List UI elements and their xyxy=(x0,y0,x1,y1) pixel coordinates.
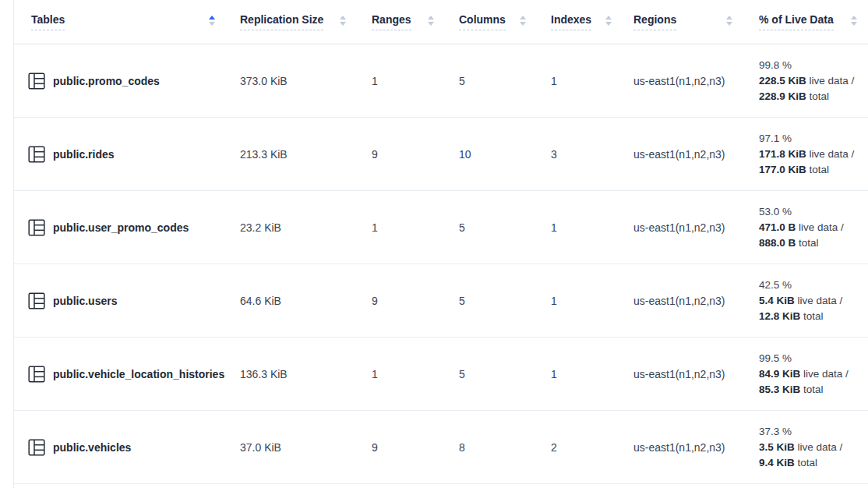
sort-arrows[interactable] xyxy=(605,16,612,26)
left-divider xyxy=(13,0,14,488)
column-header-indexes[interactable]: Indexes xyxy=(537,13,623,30)
sort-arrows[interactable] xyxy=(726,16,732,26)
sort-arrows[interactable] xyxy=(428,16,434,26)
column-header-label: % of Live Data xyxy=(759,13,834,30)
column-header-label: Indexes xyxy=(551,13,591,30)
table-name-link[interactable]: public.rides xyxy=(53,148,115,161)
table-name-cell: public.rides xyxy=(14,146,226,163)
total-size-value: 85.3 KiB xyxy=(759,384,800,395)
regions-cell: us-east1(n1,n2,n3) xyxy=(623,148,743,161)
ranges-cell: 1 xyxy=(357,221,445,234)
sort-desc-icon xyxy=(520,22,526,26)
sort-arrows[interactable] xyxy=(851,16,857,26)
total-size-value: 12.8 KiB xyxy=(759,310,800,322)
live-data-percent: 99.5 % xyxy=(759,351,868,366)
table-name-link[interactable]: public.promo_codes xyxy=(53,75,160,87)
live-data-amount: 3.5 KiB live data / xyxy=(759,440,868,455)
indexes-cell: 1 xyxy=(537,221,623,234)
live-data-amount: 171.8 KiB live data / xyxy=(759,147,868,162)
sort-asc-icon xyxy=(428,16,434,19)
total-data-amount: 9.4 KiB total xyxy=(759,455,868,471)
indexes-cell: 1 xyxy=(537,368,623,380)
indexes-cell: 3 xyxy=(537,148,623,161)
table-icon xyxy=(28,366,45,383)
sort-desc-icon xyxy=(726,22,732,26)
table-name-link[interactable]: public.vehicles xyxy=(53,441,131,454)
table-name-cell: public.vehicle_location_histories xyxy=(14,366,226,383)
live-data-amount: 84.9 KiB live data / xyxy=(759,366,868,382)
columns-cell: 5 xyxy=(445,221,537,234)
live-data-percent: 53.0 % xyxy=(759,204,868,220)
sort-arrows[interactable] xyxy=(340,16,346,26)
table-icon xyxy=(28,146,45,163)
regions-cell: us-east1(n1,n2,n3) xyxy=(623,295,743,307)
live-size-label: live data / xyxy=(795,441,843,453)
table-name-cell: public.user_promo_codes xyxy=(14,219,226,236)
replication-size-cell: 64.6 KiB xyxy=(226,295,357,307)
columns-cell: 5 xyxy=(445,75,537,87)
column-header-regions[interactable]: Regions xyxy=(623,13,743,30)
total-size-label: total xyxy=(806,164,829,175)
sort-arrows[interactable] xyxy=(209,16,215,26)
total-size-value: 9.4 KiB xyxy=(759,457,795,469)
columns-cell: 5 xyxy=(445,368,537,380)
regions-cell: us-east1(n1,n2,n3) xyxy=(623,441,743,454)
indexes-cell: 1 xyxy=(537,295,623,307)
table-row: public.user_promo_codes 23.2 KiB 1 5 1 u… xyxy=(14,191,868,264)
column-header-label: Tables xyxy=(31,13,65,30)
live-size-value: 171.8 KiB xyxy=(759,148,806,160)
table-name-link[interactable]: public.users xyxy=(53,295,117,307)
sort-asc-icon xyxy=(605,16,612,19)
live-data-percent: 99.8 % xyxy=(759,58,868,73)
replication-size-cell: 23.2 KiB xyxy=(226,221,357,234)
sort-desc-icon xyxy=(340,22,346,26)
live-data-cell: 99.8 % 228.5 KiB live data / 228.9 KiB t… xyxy=(743,58,868,104)
total-data-amount: 85.3 KiB total xyxy=(759,382,868,398)
live-size-label: live data / xyxy=(796,221,844,233)
column-header-label: Ranges xyxy=(372,13,411,30)
table-row: public.vehicle_location_histories 136.3 … xyxy=(14,338,868,411)
live-data-cell: 42.5 % 5.4 KiB live data / 12.8 KiB tota… xyxy=(743,278,868,324)
total-data-amount: 228.9 KiB total xyxy=(759,89,868,104)
columns-cell: 10 xyxy=(445,148,537,161)
live-size-label: live data / xyxy=(806,148,855,160)
table-name-link[interactable]: public.user_promo_codes xyxy=(53,221,189,234)
total-data-amount: 888.0 B total xyxy=(759,235,868,251)
column-header-live-data[interactable]: % of Live Data xyxy=(743,13,868,30)
columns-cell: 5 xyxy=(445,295,537,307)
column-header-replication-size[interactable]: Replication Size xyxy=(226,13,357,30)
ranges-cell: 9 xyxy=(357,441,445,454)
table-icon xyxy=(28,439,45,456)
total-size-value: 888.0 B xyxy=(759,237,796,249)
table-name-link[interactable]: public.vehicle_location_histories xyxy=(53,368,224,380)
column-header-label: Replication Size xyxy=(240,13,323,30)
sort-arrows[interactable] xyxy=(520,16,526,26)
live-data-amount: 5.4 KiB live data / xyxy=(759,293,868,309)
live-data-cell: 37.3 % 3.5 KiB live data / 9.4 KiB total xyxy=(743,424,868,471)
live-size-label: live data / xyxy=(806,75,855,87)
column-header-label: Columns xyxy=(459,13,506,30)
total-size-label: total xyxy=(806,90,829,102)
ranges-cell: 9 xyxy=(357,295,445,307)
sort-desc-icon xyxy=(428,22,434,26)
table-row: public.vehicles 37.0 KiB 9 8 2 us-east1(… xyxy=(14,411,868,484)
total-size-label: total xyxy=(795,457,817,469)
ranges-cell: 1 xyxy=(357,75,445,87)
live-size-value: 3.5 KiB xyxy=(759,441,795,453)
sort-asc-icon xyxy=(851,16,857,19)
total-data-amount: 177.0 KiB total xyxy=(759,162,868,178)
ranges-cell: 9 xyxy=(357,148,445,161)
column-header-tables[interactable]: Tables xyxy=(14,13,226,30)
live-data-cell: 99.5 % 84.9 KiB live data / 85.3 KiB tot… xyxy=(743,351,868,398)
total-size-value: 228.9 KiB xyxy=(759,90,806,102)
table-row: public.promo_codes 373.0 KiB 1 5 1 us-ea… xyxy=(14,44,868,118)
tables-list: Tables Replication Size Ranges xyxy=(14,0,868,484)
table-name-cell: public.users xyxy=(14,292,226,309)
live-data-amount: 228.5 KiB live data / xyxy=(759,73,868,89)
column-header-columns[interactable]: Columns xyxy=(445,13,537,30)
live-size-value: 228.5 KiB xyxy=(759,75,806,87)
column-header-ranges[interactable]: Ranges xyxy=(357,13,445,30)
replication-size-cell: 213.3 KiB xyxy=(226,148,357,161)
live-data-percent: 42.5 % xyxy=(759,278,868,293)
sort-asc-icon xyxy=(340,16,346,19)
